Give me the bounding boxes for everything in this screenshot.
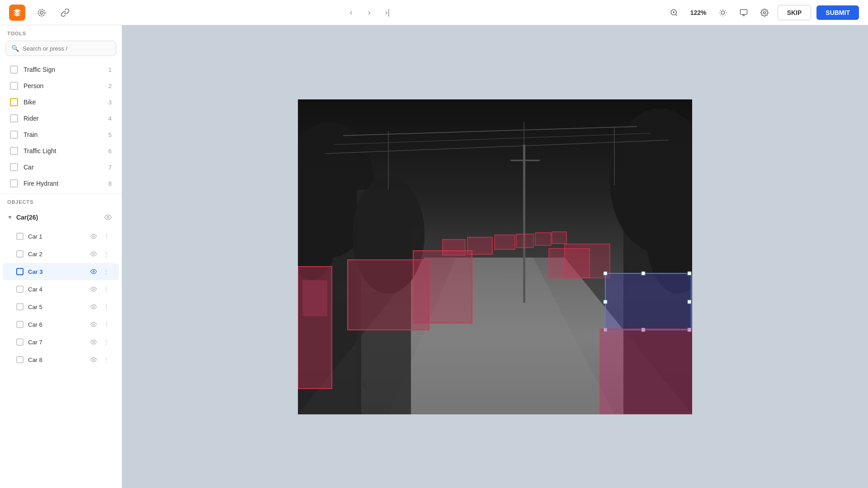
tool-checkbox-bike[interactable] xyxy=(10,98,18,106)
object-item-car1[interactable]: Car 1 ⋮ xyxy=(3,228,119,245)
svg-point-19 xyxy=(107,216,109,218)
obj-checkbox-car4[interactable] xyxy=(16,286,24,293)
obj-more-car3[interactable]: ⋮ xyxy=(101,266,112,277)
tool-number-rider: 4 xyxy=(108,115,112,122)
obj-checkbox-car5[interactable] xyxy=(16,303,24,310)
tool-label-person: Person xyxy=(24,82,103,89)
link-icon[interactable] xyxy=(58,5,72,20)
object-item-car6[interactable]: Car 6 ⋮ xyxy=(3,316,119,333)
svg-line-10 xyxy=(725,14,725,15)
obj-checkbox-car1[interactable] xyxy=(16,233,24,240)
top-bar: ‹ › ›| 122% xyxy=(0,0,868,25)
obj-actions-car4: ⋮ xyxy=(88,284,112,295)
obj-eye-car8[interactable] xyxy=(88,354,99,365)
obj-eye-car3[interactable] xyxy=(88,266,99,277)
obj-eye-car7[interactable] xyxy=(88,337,99,347)
obj-more-car8[interactable]: ⋮ xyxy=(101,354,112,365)
tool-checkbox-person[interactable] xyxy=(10,82,18,90)
brightness-icon[interactable] xyxy=(715,5,731,20)
obj-more-car1[interactable]: ⋮ xyxy=(101,231,112,242)
object-label-car6: Car 6 xyxy=(28,321,84,328)
next-button[interactable]: › xyxy=(362,5,377,20)
tool-label-traffic-light: Traffic Light xyxy=(24,147,103,155)
obj-more-car6[interactable]: ⋮ xyxy=(101,319,112,330)
obj-checkbox-car6[interactable] xyxy=(16,321,24,328)
tool-checkbox-train[interactable] xyxy=(10,131,18,139)
display-icon[interactable] xyxy=(736,5,751,20)
object-label-car5: Car 5 xyxy=(28,304,84,310)
objects-group-header[interactable]: ▼ Car(26) xyxy=(0,207,122,227)
obj-checkbox-car8[interactable] xyxy=(16,356,24,363)
object-label-car1: Car 1 xyxy=(28,233,84,240)
obj-more-car5[interactable]: ⋮ xyxy=(101,301,112,312)
group-visibility-toggle[interactable] xyxy=(102,211,114,224)
search-input[interactable] xyxy=(23,45,110,52)
svg-point-70 xyxy=(363,384,366,386)
prev-button[interactable]: ‹ xyxy=(344,5,359,20)
tool-checkbox-traffic-light[interactable] xyxy=(10,147,18,155)
obj-eye-car5[interactable] xyxy=(88,301,99,312)
tool-number-traffic-sign: 1 xyxy=(108,66,112,73)
submit-button[interactable]: SUBMIT xyxy=(816,5,859,20)
obj-eye-car2[interactable] xyxy=(88,249,99,259)
tool-item-traffic-sign[interactable]: Traffic Sign 1 xyxy=(3,62,119,77)
obj-eye-car1[interactable] xyxy=(88,231,99,242)
object-item-car4[interactable]: Car 4 ⋮ xyxy=(3,281,119,298)
obj-eye-car6[interactable] xyxy=(88,319,99,330)
svg-rect-58 xyxy=(413,251,472,323)
tool-label-car: Car xyxy=(24,164,103,171)
settings-icon[interactable] xyxy=(757,5,772,20)
sidebar: TOOLS 🔍 Traffic Sign 1 Person 2 Bike 3 R… xyxy=(0,25,122,488)
svg-line-9 xyxy=(720,10,721,10)
app-logo[interactable] xyxy=(9,5,25,21)
svg-point-26 xyxy=(93,341,94,343)
tool-checkbox-traffic-sign[interactable] xyxy=(10,66,18,74)
tool-label-fire-hydrant: Fire Hydrant xyxy=(24,180,103,187)
tool-number-car: 7 xyxy=(108,164,112,171)
tool-checkbox-car[interactable] xyxy=(10,163,18,171)
svg-point-1 xyxy=(38,9,45,16)
tool-item-person[interactable]: Person 2 xyxy=(3,78,119,94)
tool-item-train[interactable]: Train 5 xyxy=(3,127,119,142)
svg-rect-54 xyxy=(565,244,610,278)
obj-more-car4[interactable]: ⋮ xyxy=(101,284,112,295)
svg-rect-62 xyxy=(688,272,691,275)
obj-checkbox-car2[interactable] xyxy=(16,250,24,258)
object-item-car7[interactable]: Car 7 ⋮ xyxy=(3,333,119,351)
svg-point-22 xyxy=(93,271,94,272)
tool-checkbox-rider[interactable] xyxy=(10,114,18,122)
waypoint-icon[interactable] xyxy=(34,5,49,20)
svg-point-20 xyxy=(93,235,94,237)
svg-rect-61 xyxy=(642,272,645,275)
canvas-area[interactable]: ↖ xyxy=(122,25,868,488)
tool-checkbox-fire-hydrant[interactable] xyxy=(10,179,18,188)
tool-item-car[interactable]: Car 7 xyxy=(3,160,119,175)
zoom-level: 122% xyxy=(687,9,710,16)
skip-button[interactable]: SKIP xyxy=(778,5,811,20)
object-item-car8[interactable]: Car 8 ⋮ xyxy=(3,351,119,368)
svg-rect-49 xyxy=(495,235,515,249)
tool-number-person: 2 xyxy=(108,83,112,89)
obj-checkbox-car7[interactable] xyxy=(16,338,24,346)
tool-item-traffic-light[interactable]: Traffic Light 6 xyxy=(3,143,119,159)
svg-point-24 xyxy=(93,306,94,308)
obj-eye-car4[interactable] xyxy=(88,284,99,295)
obj-more-car2[interactable]: ⋮ xyxy=(101,249,112,259)
object-item-car2[interactable]: Car 2 ⋮ xyxy=(3,245,119,263)
object-item-car5[interactable]: Car 5 ⋮ xyxy=(3,298,119,315)
top-bar-center: ‹ › ›| xyxy=(344,5,395,20)
zoom-in-icon[interactable] xyxy=(666,5,682,20)
object-item-car3[interactable]: Car 3 ⋮ xyxy=(3,263,119,280)
svg-rect-15 xyxy=(740,9,747,14)
search-container[interactable]: 🔍 xyxy=(5,41,116,56)
objects-section: OBJECTS ▼ Car(26) Car 1 xyxy=(0,193,122,369)
obj-more-car7[interactable]: ⋮ xyxy=(101,337,112,347)
obj-checkbox-car3[interactable] xyxy=(16,268,24,275)
last-button[interactable]: ›| xyxy=(380,5,395,20)
tool-item-fire-hydrant[interactable]: Fire Hydrant 8 xyxy=(3,176,119,191)
tool-item-rider[interactable]: Rider 4 xyxy=(3,111,119,126)
tool-number-fire-hydrant: 8 xyxy=(108,180,112,187)
svg-point-6 xyxy=(721,11,725,14)
tool-item-bike[interactable]: Bike 3 xyxy=(3,94,119,110)
svg-rect-68 xyxy=(600,329,692,414)
